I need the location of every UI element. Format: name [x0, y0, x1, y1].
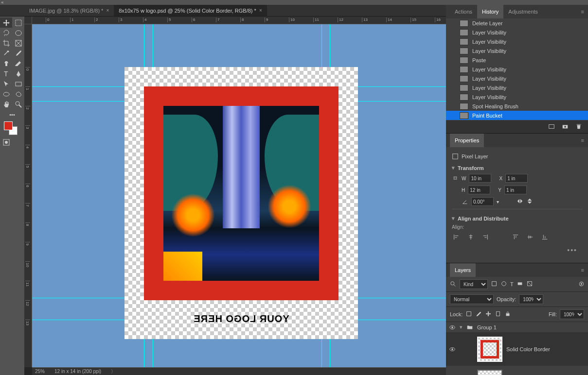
- panel-menu-icon[interactable]: ≡: [577, 9, 588, 15]
- collapse-chevron-icon[interactable]: «: [0, 0, 5, 5]
- align-bottom-icon[interactable]: [540, 233, 549, 241]
- tab-properties[interactable]: Properties: [450, 134, 484, 147]
- fill-select[interactable]: 100%: [560, 309, 584, 319]
- angle-input[interactable]: [471, 197, 494, 206]
- history-item[interactable]: Layer Visibility: [446, 92, 588, 102]
- chevron-down-icon[interactable]: [452, 215, 455, 222]
- link-icon[interactable]: [452, 175, 459, 182]
- eyedropper-tool[interactable]: [0, 48, 12, 58]
- pasteboard[interactable]: YOUR LOGO HERE: [32, 24, 446, 367]
- align-left-icon[interactable]: [452, 233, 461, 241]
- hand-tool[interactable]: [0, 99, 12, 109]
- blend-mode-select[interactable]: Normal: [450, 294, 494, 304]
- history-item-current[interactable]: Paint Bucket: [446, 111, 588, 120]
- tab-actions[interactable]: Actions: [450, 5, 477, 18]
- edit-toolbar[interactable]: •••: [0, 109, 24, 119]
- history-item[interactable]: Layer Visibility: [446, 46, 588, 55]
- filter-kind-select[interactable]: Kind: [460, 279, 488, 289]
- align-center-v-icon[interactable]: [526, 233, 535, 241]
- visibility-icon[interactable]: [449, 346, 456, 353]
- filter-toggle-icon[interactable]: ⦿: [579, 281, 584, 287]
- brush-tool[interactable]: [12, 48, 24, 58]
- horizontal-ruler[interactable]: 01 23 45 67 89 1011 1213 1415 16: [32, 17, 446, 24]
- frame-tool[interactable]: [12, 38, 24, 48]
- marquee-tool[interactable]: [12, 17, 24, 28]
- filter-smart-icon[interactable]: [526, 280, 533, 288]
- tab-adjustments[interactable]: Adjustments: [503, 5, 543, 18]
- document-info[interactable]: 12 in x 14 in (200 ppi): [54, 369, 101, 374]
- delete-icon[interactable]: [575, 123, 582, 131]
- history-item[interactable]: Layer Visibility: [446, 83, 588, 92]
- layer-thumbnail[interactable]: [477, 337, 502, 362]
- chevron-down-icon[interactable]: [452, 165, 455, 171]
- align-center-h-icon[interactable]: [466, 233, 475, 241]
- filter-shape-icon[interactable]: [517, 280, 523, 288]
- selection-tool[interactable]: [12, 28, 24, 38]
- layer-group[interactable]: Group 1: [446, 322, 588, 333]
- layer-thumbnail[interactable]: [477, 370, 502, 375]
- lock-image-icon[interactable]: [475, 310, 482, 318]
- angle-dropdown-icon[interactable]: ▾: [497, 199, 499, 205]
- filter-type-icon[interactable]: T: [510, 281, 514, 287]
- flip-horizontal-icon[interactable]: [517, 198, 523, 205]
- filter-pixel-icon[interactable]: [491, 280, 498, 288]
- history-item[interactable]: Layer Visibility: [446, 37, 588, 46]
- path-select-tool[interactable]: [0, 79, 12, 89]
- eraser-tool[interactable]: [12, 58, 24, 68]
- history-item[interactable]: Layer Visibility: [446, 28, 588, 37]
- clone-tool[interactable]: [0, 58, 12, 68]
- history-item[interactable]: Paste: [446, 55, 588, 65]
- close-icon[interactable]: ×: [106, 8, 109, 13]
- history-item[interactable]: Layer Visibility: [446, 74, 588, 83]
- close-icon[interactable]: ×: [259, 8, 262, 13]
- svg-rect-11: [453, 154, 458, 159]
- panel-menu-icon[interactable]: ≡: [577, 137, 588, 143]
- visibility-icon[interactable]: [449, 324, 456, 331]
- tab-history[interactable]: History: [477, 5, 503, 18]
- search-icon[interactable]: [450, 281, 457, 288]
- zoom-tool[interactable]: [12, 99, 24, 109]
- history-item[interactable]: Spot Healing Brush: [446, 102, 588, 111]
- artboard[interactable]: YOUR LOGO HERE: [125, 67, 358, 339]
- lock-artboard-icon[interactable]: [495, 310, 501, 318]
- ruler-origin[interactable]: [24, 17, 32, 24]
- lock-transparency-icon[interactable]: [465, 310, 472, 318]
- new-snapshot-icon[interactable]: [548, 123, 555, 131]
- ellipse-tool[interactable]: [0, 89, 12, 99]
- more-options-icon[interactable]: •••: [452, 244, 582, 256]
- move-tool[interactable]: [0, 17, 12, 28]
- color-swatches[interactable]: [0, 119, 24, 137]
- filter-adjust-icon[interactable]: [500, 280, 507, 288]
- align-right-icon[interactable]: [481, 233, 490, 241]
- info-chevron-icon[interactable]: 〉: [111, 368, 116, 375]
- opacity-select[interactable]: 100%: [519, 294, 543, 304]
- layer-row[interactable]: Solid Color Border: [446, 333, 588, 366]
- foreground-color[interactable]: [4, 121, 13, 130]
- tab-image-jpg[interactable]: IMAGE.jpg @ 18.3% (RGB/8) * ×: [24, 5, 114, 16]
- flip-vertical-icon[interactable]: [526, 198, 533, 205]
- lock-position-icon[interactable]: [485, 310, 492, 318]
- quick-mask-tool[interactable]: [0, 137, 12, 147]
- chevron-down-icon[interactable]: [460, 324, 463, 330]
- custom-shape-tool[interactable]: [12, 89, 24, 99]
- lock-all-icon[interactable]: [504, 310, 511, 318]
- lasso-tool[interactable]: [0, 28, 12, 38]
- x-input[interactable]: [505, 174, 528, 183]
- vertical-ruler[interactable]: 01 23 45 67 89 1011 1213: [24, 24, 32, 367]
- type-tool[interactable]: T: [0, 68, 12, 79]
- width-input[interactable]: [469, 174, 491, 183]
- camera-icon[interactable]: [562, 123, 569, 131]
- layer-row[interactable]: Side/Back Borders: [446, 366, 588, 375]
- align-top-icon[interactable]: [511, 233, 520, 241]
- height-input[interactable]: [468, 186, 490, 194]
- rectangle-tool[interactable]: [12, 79, 24, 89]
- pen-tool[interactable]: [12, 68, 24, 79]
- zoom-level[interactable]: 25%: [35, 369, 45, 374]
- history-item[interactable]: Delete Layer: [446, 18, 588, 28]
- tab-logo-psd[interactable]: 8x10x75 w logo.psd @ 25% (Solid Color Bo…: [114, 5, 267, 16]
- y-input[interactable]: [504, 186, 527, 194]
- crop-tool[interactable]: [0, 38, 12, 48]
- tab-layers[interactable]: Layers: [450, 263, 476, 277]
- panel-menu-icon[interactable]: ≡: [577, 267, 588, 273]
- history-item[interactable]: Layer Visibility: [446, 65, 588, 74]
